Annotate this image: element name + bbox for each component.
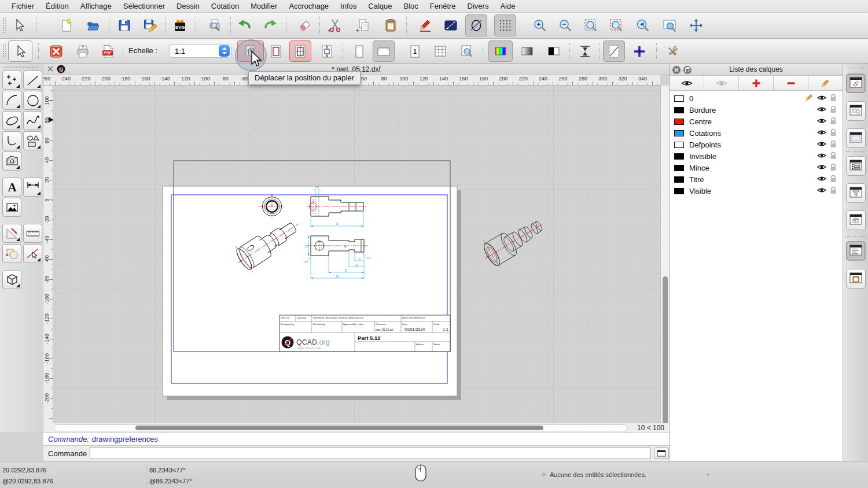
property-editor-panel-button[interactable]	[846, 156, 866, 176]
modify-tools-button[interactable]	[2, 244, 21, 263]
pan-button[interactable]	[685, 14, 707, 36]
image-tool-button[interactable]	[2, 198, 21, 217]
paper-preview-button[interactable]	[603, 40, 625, 62]
layer-lock-icon[interactable]	[830, 128, 837, 138]
menu-item[interactable]: Aide	[494, 2, 521, 10]
layer-visibility-eye-icon[interactable]	[817, 94, 826, 103]
vertical-scrollbar[interactable]	[660, 86, 669, 423]
layer-lock-icon[interactable]	[830, 105, 837, 115]
redo-button[interactable]	[259, 14, 281, 36]
menu-item[interactable]: Bloc	[398, 2, 424, 10]
layer-row[interactable]: 0	[670, 93, 843, 104]
block-list-panel-button[interactable]	[846, 101, 866, 121]
grid-toggle-button[interactable]	[494, 14, 516, 36]
command-input[interactable]	[90, 448, 651, 459]
layer-visibility-eye-icon[interactable]	[817, 164, 826, 172]
remove-layer-button[interactable]	[774, 76, 808, 90]
close-print-preview-button[interactable]	[45, 40, 67, 62]
add-layer-button[interactable]	[739, 76, 774, 90]
zoom-window-button[interactable]	[659, 14, 681, 36]
layer-visibility-eye-icon[interactable]	[817, 106, 826, 114]
strip-drag-handle[interactable]	[848, 66, 864, 69]
isometric-view-button[interactable]	[2, 270, 21, 289]
layer-row[interactable]: Bordure	[670, 104, 843, 116]
compress-button[interactable]	[573, 40, 597, 62]
show-all-layers-button[interactable]	[670, 76, 704, 90]
layer-row[interactable]: Defpoints	[670, 139, 843, 150]
zoom-in-button[interactable]	[529, 14, 551, 36]
horizontal-scrollbar[interactable]	[54, 424, 628, 431]
portrait-orientation-button[interactable]	[348, 40, 370, 62]
zoom-to-page-button[interactable]	[455, 40, 479, 62]
layer-lock-icon[interactable]	[830, 151, 837, 161]
new-document-button[interactable]	[56, 14, 78, 36]
layer-color-swatch[interactable]	[674, 130, 684, 136]
paper-border-button[interactable]	[265, 40, 287, 62]
toolbar-drag-handle[interactable]	[2, 43, 6, 58]
dimension-tools-button[interactable]	[23, 178, 42, 197]
point-tools-button[interactable]	[2, 71, 21, 90]
multiple-pages-button[interactable]	[429, 40, 451, 62]
layer-visibility-eye-icon[interactable]	[817, 141, 826, 149]
crosshair-button[interactable]	[628, 40, 650, 62]
layer-color-swatch[interactable]	[674, 188, 684, 194]
grayscale-button[interactable]	[515, 40, 539, 62]
draw-pencil-button[interactable]	[414, 14, 436, 36]
selection-pointer-button[interactable]	[8, 40, 32, 62]
zoom-selection-button[interactable]	[605, 14, 627, 36]
line-tools-button[interactable]	[23, 71, 42, 90]
circle-tools-button[interactable]	[23, 91, 42, 110]
snap-tools-button[interactable]	[23, 244, 42, 263]
auto-zoom-button[interactable]	[580, 14, 602, 36]
layer-lock-icon[interactable]	[830, 117, 837, 127]
layer-color-swatch[interactable]	[674, 95, 684, 102]
print-button[interactable]	[72, 40, 94, 62]
menu-item[interactable]: Accrochage	[283, 2, 334, 10]
ellipse-tools-button[interactable]	[2, 111, 21, 130]
clipboard-panel-button[interactable]	[846, 269, 866, 289]
layer-lock-icon[interactable]	[830, 175, 837, 184]
menu-item[interactable]: Calque	[362, 2, 398, 10]
text-tool-button[interactable]: A	[2, 178, 21, 197]
layer-visibility-eye-icon[interactable]	[817, 117, 826, 126]
menu-item[interactable]: Sélectionner	[117, 2, 171, 10]
move-paper-position-button[interactable]	[237, 40, 264, 62]
layer-row[interactable]: Cotations	[670, 127, 843, 139]
scale-combobox[interactable]: 1:1	[169, 44, 231, 58]
layer-lock-icon[interactable]	[830, 163, 837, 173]
layer-lock-icon[interactable]	[830, 94, 837, 103]
view-panel-button[interactable]	[846, 128, 866, 148]
full-color-button[interactable]	[488, 40, 513, 62]
layer-row[interactable]: Mince	[670, 162, 843, 173]
paste-button[interactable]	[380, 14, 402, 36]
save-as-button[interactable]	[139, 14, 161, 36]
draft-mode-button[interactable]	[465, 14, 487, 36]
horizontal-scrollbar-thumb[interactable]	[135, 426, 543, 430]
layer-row[interactable]: Centre	[670, 116, 843, 127]
layer-visibility-eye-icon[interactable]	[817, 187, 826, 195]
zoom-out-button[interactable]	[554, 14, 576, 36]
toolbar-drag-handle[interactable]	[2, 17, 6, 34]
layer-row[interactable]: Titre	[670, 173, 843, 185]
selection-pointer-button[interactable]	[8, 14, 30, 36]
fit-drawing-to-paper-button[interactable]	[316, 40, 338, 62]
save-button[interactable]	[113, 14, 135, 36]
layer-color-swatch[interactable]	[674, 153, 684, 160]
layer-row[interactable]: Visible	[670, 185, 843, 197]
stepper-icon[interactable]	[219, 45, 230, 57]
svg-export-button[interactable]: SVG	[169, 14, 191, 36]
spline-tools-button[interactable]	[23, 111, 42, 130]
single-page-button[interactable]: 1	[404, 40, 426, 62]
library-browser-panel-button[interactable]	[846, 210, 866, 230]
palette-drag-handle[interactable]	[3, 66, 38, 69]
polyline-tools-button[interactable]	[2, 131, 21, 150]
arc-tools-button[interactable]	[2, 91, 21, 110]
menu-item[interactable]: Fenêtre	[424, 2, 462, 10]
hatch-tool-button[interactable]	[2, 151, 21, 171]
shape-tools-button[interactable]	[23, 131, 42, 150]
layer-visibility-eye-icon[interactable]	[817, 152, 826, 161]
menu-item[interactable]: Dessin	[171, 2, 205, 10]
paper-grid-button[interactable]	[289, 40, 311, 62]
copy-button[interactable]	[352, 14, 374, 36]
layer-color-swatch[interactable]	[674, 176, 684, 183]
